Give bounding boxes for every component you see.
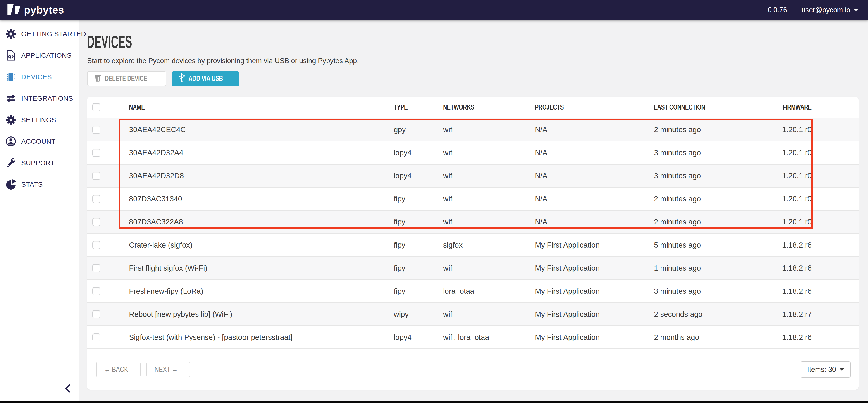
chip-icon <box>5 71 17 83</box>
device-type-cell: lopy4 <box>394 149 443 157</box>
table-header-row: NAME TYPE NETWORKS PROJECTS LAST CONNECT… <box>87 97 859 118</box>
delete-device-button[interactable]: DELETE DEVICE <box>87 71 166 86</box>
row-checkbox[interactable] <box>92 172 100 180</box>
sidebar-item-label: ACCOUNT <box>21 137 56 145</box>
device-firmware-cell: 1.20.1.r0 <box>744 195 859 203</box>
usb-icon <box>179 73 185 84</box>
device-name-cell: 30AEA42CEC4C <box>129 125 394 134</box>
pybytes-logo[interactable]: pybytes <box>7 4 64 16</box>
device-row[interactable]: Sigfox-test (with Pysense) - [pastoor pe… <box>87 326 859 348</box>
row-checkbox[interactable] <box>92 333 100 341</box>
device-name-cell: 30AEA42D32A4 <box>129 149 394 157</box>
device-networks-cell: wifi <box>443 264 535 273</box>
sidebar-item-applications[interactable]: APPLICATIONS <box>0 44 79 66</box>
device-networks-cell: wifi <box>443 125 535 134</box>
device-name-cell: Fresh-new-fipy (LoRa) <box>129 287 394 296</box>
device-firmware-cell: 1.20.1.r0 <box>744 172 859 180</box>
chevron-down-icon <box>854 9 858 11</box>
sidebar-item-support[interactable]: SUPPORT <box>0 152 79 174</box>
row-checkbox[interactable] <box>92 287 100 295</box>
add-via-usb-button[interactable]: ADD VIA USB <box>172 71 239 86</box>
sidebar-item-account[interactable]: ACCOUNT <box>0 130 79 152</box>
device-firmware-cell: 1.20.1.r0 <box>744 218 859 226</box>
device-row[interactable]: 807D3AC31340 fipy wifi N/A 2 minutes ago… <box>87 187 859 210</box>
device-last-connection-cell: 5 minutes ago <box>654 241 744 249</box>
select-all-checkbox[interactable] <box>92 103 100 111</box>
back-button[interactable]: ← BACK <box>96 362 141 377</box>
items-per-page-label: Items: 30 <box>807 366 836 374</box>
device-type-cell: fipy <box>394 241 443 249</box>
device-networks-cell: wifi <box>443 149 535 157</box>
device-projects-cell: My First Application <box>535 310 654 319</box>
device-projects-cell: My First Application <box>535 333 654 342</box>
row-checkbox[interactable] <box>92 149 100 157</box>
pie-chart-icon <box>5 179 17 190</box>
device-type-cell: wipy <box>394 310 443 319</box>
column-header-name: NAME <box>129 103 145 111</box>
topbar: pybytes € 0.76 user@pycom.io <box>0 0 868 20</box>
back-button-label: ← BACK <box>104 366 128 374</box>
row-checkbox[interactable] <box>92 195 100 203</box>
sidebar-item-label: DEVICES <box>21 73 52 81</box>
device-last-connection-cell: 3 minutes ago <box>654 287 744 296</box>
devices-table-card: NAME TYPE NETWORKS PROJECTS LAST CONNECT… <box>87 97 859 390</box>
device-row[interactable]: 30AEA42CEC4C gpy wifi N/A 2 minutes ago … <box>87 118 859 141</box>
column-header-projects: PROJECTS <box>535 103 564 111</box>
device-last-connection-cell: 2 minutes ago <box>654 218 744 226</box>
sidebar-collapse-button[interactable] <box>64 383 71 394</box>
device-row[interactable]: Crater-lake (sigfox) fipy sigfox My Firs… <box>87 233 859 256</box>
row-checkbox[interactable] <box>92 218 100 226</box>
device-last-connection-cell: 3 minutes ago <box>654 149 744 157</box>
row-checkbox[interactable] <box>92 310 100 318</box>
device-name-cell: Reboot [new pybytes lib] (WiFi) <box>129 310 394 319</box>
device-name-cell: Crater-lake (sigfox) <box>129 241 394 249</box>
items-per-page-select[interactable]: Items: 30 <box>801 361 851 378</box>
device-last-connection-cell: 2 minutes ago <box>654 195 744 203</box>
sidebar-item-getting-started[interactable]: GETTING STARTED <box>0 23 79 44</box>
bottom-edge-strip <box>0 401 868 403</box>
sidebar: GETTING STARTED APPLICATIONS <box>0 20 79 401</box>
sidebar-item-label: GETTING STARTED <box>21 30 86 38</box>
device-last-connection-cell: 2 seconds ago <box>654 310 744 319</box>
column-header-last-connection: LAST CONNECTION <box>654 103 705 111</box>
device-firmware-cell: 1.18.2.r6 <box>744 241 859 249</box>
sun-gear-icon <box>5 28 17 40</box>
device-networks-cell: sigfox <box>443 241 535 249</box>
table-body: 30AEA42CEC4C gpy wifi N/A 2 minutes ago … <box>87 118 859 349</box>
row-checkbox[interactable] <box>92 126 100 134</box>
wrench-icon <box>5 157 17 169</box>
column-header-type: TYPE <box>394 103 408 111</box>
device-firmware-cell: 1.18.2.r6 <box>744 264 859 273</box>
next-button[interactable]: NEXT → <box>146 362 190 377</box>
user-circle-icon <box>5 135 17 147</box>
sidebar-item-stats[interactable]: STATS <box>0 174 79 195</box>
device-projects-cell: N/A <box>535 218 654 226</box>
arrows-exchange-icon <box>5 93 17 104</box>
device-row[interactable]: 30AEA42D32A4 lopy4 wifi N/A 3 minutes ag… <box>87 141 859 164</box>
device-networks-cell: wifi <box>443 172 535 180</box>
trash-icon <box>94 73 101 84</box>
device-row[interactable]: Reboot [new pybytes lib] (WiFi) wipy wif… <box>87 302 859 326</box>
add-via-usb-label: ADD VIA USB <box>188 74 223 83</box>
chevron-down-icon <box>840 368 844 371</box>
sidebar-item-label: SUPPORT <box>21 159 55 167</box>
user-menu[interactable]: user@pycom.io <box>802 6 858 14</box>
device-row[interactable]: Fresh-new-fipy (LoRa) fipy lora_otaa My … <box>87 279 859 302</box>
device-firmware-cell: 1.18.2.r7 <box>744 310 859 319</box>
delete-device-label: DELETE DEVICE <box>105 74 147 83</box>
page-subtitle: Start to explore the Pycom devices by pr… <box>87 57 859 65</box>
device-row[interactable]: 807D3AC322A8 fipy wifi N/A 2 minutes ago… <box>87 210 859 233</box>
device-name-cell: 807D3AC31340 <box>129 195 394 203</box>
sidebar-item-integrations[interactable]: INTEGRATIONS <box>0 88 79 109</box>
sidebar-item-settings[interactable]: SETTINGS <box>0 109 79 130</box>
device-name-cell: First flight sigfox (Wi-Fi) <box>129 264 394 273</box>
sidebar-item-devices[interactable]: DEVICES <box>0 66 79 88</box>
row-checkbox[interactable] <box>92 241 100 249</box>
device-projects-cell: N/A <box>535 149 654 157</box>
device-row[interactable]: 30AEA42D32D8 lopy4 wifi N/A 3 minutes ag… <box>87 164 859 187</box>
device-firmware-cell: 1.20.1.r0 <box>744 125 859 134</box>
device-last-connection-cell: 2 minutes ago <box>654 125 744 134</box>
device-row[interactable]: First flight sigfox (Wi-Fi) fipy wifi My… <box>87 256 859 279</box>
row-checkbox[interactable] <box>92 264 100 272</box>
device-networks-cell: wifi <box>443 310 535 319</box>
